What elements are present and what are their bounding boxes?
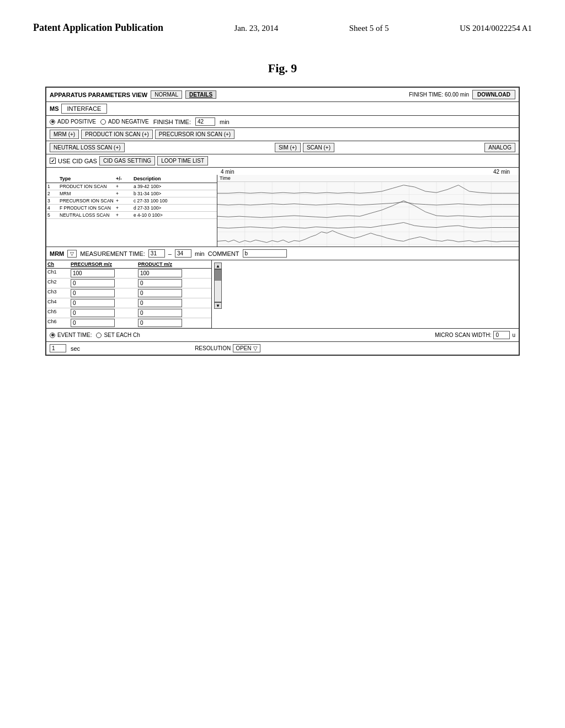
col-pm: +/- <box>116 176 132 181</box>
download-button[interactable]: DOWNLOAD <box>472 90 515 99</box>
list-item: Ch3 <box>46 288 211 298</box>
figure-label: Fig. 9 <box>0 61 565 76</box>
scan-button[interactable]: SCAN (+) <box>303 143 334 152</box>
cid-gas-setting-button[interactable]: CID GAS SETTING <box>99 156 155 165</box>
ch5-precursor-input[interactable] <box>71 309 115 317</box>
product-ion-scan-button[interactable]: PRODUCT ION SCAN (+) <box>81 130 153 139</box>
precursor-ion-scan-button[interactable]: PRECURSOR ION SCAN (+) <box>155 130 234 139</box>
comment-input[interactable] <box>243 249 287 258</box>
ch4-product-input[interactable] <box>138 299 182 307</box>
measurement-time-label: MEASUREMENT TIME: <box>80 250 145 257</box>
resolution-dropdown-icon: ▽ <box>253 345 258 351</box>
list-item: Ch4 <box>46 298 211 308</box>
cid-gas-row: ✓ USE CID GAS CID GAS SETTING LOOP TIME … <box>46 154 519 168</box>
publication-sheet: Sheet 5 of 5 <box>349 24 389 33</box>
scan-table-area: Type +/- Description 1PRODUCT ION SCAN+a… <box>46 175 519 247</box>
ch2-product-input[interactable] <box>138 279 182 287</box>
resolution-group: RESOLUTION OPEN ▽ <box>195 344 260 352</box>
finish-time-42-label: FINISH TIME: <box>153 119 191 125</box>
list-item: Ch2 <box>46 279 211 288</box>
measurement-row: MRM ▽ MEASUREMENT TIME: – min COMMENT <box>46 247 519 260</box>
micro-scan-unit: u <box>512 332 515 338</box>
chromatogram-svg <box>217 182 519 247</box>
table-row: 2MRM+b 31-34 100> <box>46 190 217 197</box>
channel-right-area: ▲ ▼ <box>212 260 519 328</box>
scan-buttons-row: MRM (+) PRODUCT ION SCAN (+) PRECURSOR I… <box>46 128 519 141</box>
publication-number: US 2014/0022254 A1 <box>460 24 532 33</box>
scrollbar-track <box>214 269 222 302</box>
measurement-time-end-input[interactable] <box>175 249 191 258</box>
apparatus-title: APPARATUS PARAMETERS VIEW <box>50 92 147 98</box>
scrollbar-thumb <box>215 270 221 281</box>
tab-details-button[interactable]: DETAILS <box>185 90 216 99</box>
comment-label: COMMENT <box>208 250 239 257</box>
finish-time-42-input[interactable] <box>195 117 215 126</box>
col-precursor: PRECURSOR m/z <box>71 261 137 267</box>
ch6-product-input[interactable] <box>138 319 182 327</box>
measurement-time-start-input[interactable] <box>148 249 165 258</box>
chromatogram-area: Time <box>217 175 519 247</box>
mrm-dropdown[interactable]: ▽ <box>67 250 77 258</box>
add-positive-radio[interactable]: ADD POSITIVE <box>50 119 96 125</box>
channel-table-area: Ch PRECURSOR m/z PRODUCT m/z Ch1 Ch2 Ch3 <box>46 260 519 329</box>
measurement-time-unit: min <box>195 250 205 257</box>
mrm-button[interactable]: MRM (+) <box>50 130 79 139</box>
sim-scan-group: SIM (+) SCAN (+) <box>275 143 334 152</box>
event-time-radio-icon <box>50 333 55 338</box>
use-cid-gas-label: USE CID GAS <box>58 158 97 164</box>
ch1-precursor-input[interactable] <box>71 269 115 277</box>
ms-interface-row: MS INTERFACE <box>46 102 519 116</box>
last-row: sec RESOLUTION OPEN ▽ <box>46 342 519 355</box>
add-negative-label: ADD NEGATIVE <box>108 119 149 125</box>
micro-scan-group: MICRO SCAN WIDTH: u <box>435 331 515 339</box>
loop-time-list-button[interactable]: LOOP TIME LIST <box>157 156 208 165</box>
neutral-loss-row: NEUTRAL LOSS SCAN (+) SIM (+) SCAN (+) A… <box>46 141 519 154</box>
list-item: Ch1 <box>46 269 211 279</box>
micro-scan-input[interactable] <box>493 331 510 339</box>
tab-normal-button[interactable]: NORMAL <box>151 90 182 99</box>
table-row: 4F PRODUCT ION SCAN+d 27-33 100> <box>46 205 217 212</box>
radio-negative-icon <box>100 119 106 125</box>
table-row: 1PRODUCT ION SCAN+a 39-42 100> <box>46 183 217 190</box>
sim-button[interactable]: SIM (+) <box>275 143 301 152</box>
apparatus-title-row: APPARATUS PARAMETERS VIEW NORMAL DETAILS… <box>46 88 519 102</box>
sec-input[interactable] <box>50 344 66 352</box>
apparatus-box: APPARATUS PARAMETERS VIEW NORMAL DETAILS… <box>45 87 520 356</box>
ch5-product-input[interactable] <box>138 309 182 317</box>
use-cid-gas-checkbox[interactable]: ✓ <box>50 158 56 164</box>
ms-label: MS <box>50 105 59 112</box>
col-desc: Description <box>134 176 216 181</box>
radio-positive-icon <box>50 119 55 125</box>
ch6-precursor-input[interactable] <box>71 319 115 327</box>
analog-button[interactable]: ANALOG <box>484 143 515 152</box>
col-ch: Ch <box>47 261 70 267</box>
event-time-label: EVENT TIME: <box>57 332 92 338</box>
page-header: Patent Application Publication Jan. 23, … <box>0 0 565 45</box>
finish-time-unit: min <box>220 119 230 125</box>
ch3-product-input[interactable] <box>138 289 182 297</box>
scrollbar-up-arrow[interactable]: ▲ <box>214 263 222 269</box>
table-row: 3PRECURSOR ION SCAN+c 27-33 100 100 <box>46 197 217 205</box>
resolution-value: OPEN <box>236 345 251 351</box>
ch2-precursor-input[interactable] <box>71 279 115 287</box>
channel-table: Ch PRECURSOR m/z PRODUCT m/z Ch1 Ch2 Ch3 <box>46 260 212 328</box>
scrollbar-down-arrow[interactable]: ▼ <box>214 302 222 309</box>
time-labels-row: 4 min 42 min <box>46 168 519 175</box>
interface-tab-button[interactable]: INTERFACE <box>61 104 108 114</box>
add-ions-row: ADD POSITIVE ADD NEGATIVE FINISH TIME: m… <box>46 116 519 128</box>
col-type: Type <box>60 176 115 181</box>
finish-time-label: FINISH TIME: 60.00 min <box>409 92 469 98</box>
ch1-product-input[interactable] <box>138 269 182 277</box>
resolution-select[interactable]: OPEN ▽ <box>233 344 260 352</box>
ch4-precursor-input[interactable] <box>71 299 115 307</box>
set-each-ch-radio-icon <box>96 333 102 338</box>
neutral-loss-scan-button[interactable]: NEUTRAL LOSS SCAN (+) <box>50 143 125 152</box>
chromatogram-time-header: Time <box>220 175 231 181</box>
scan-table: Type +/- Description 1PRODUCT ION SCAN+a… <box>46 175 217 247</box>
add-negative-radio[interactable]: ADD NEGATIVE <box>100 119 149 125</box>
ch3-precursor-input[interactable] <box>71 289 115 297</box>
time-4-label: 4 min <box>221 169 234 175</box>
main-content: APPARATUS PARAMETERS VIEW NORMAL DETAILS… <box>0 87 565 356</box>
set-each-ch-label: SET EACH Ch <box>104 332 140 338</box>
publication-title: Patent Application Publication <box>33 22 163 34</box>
